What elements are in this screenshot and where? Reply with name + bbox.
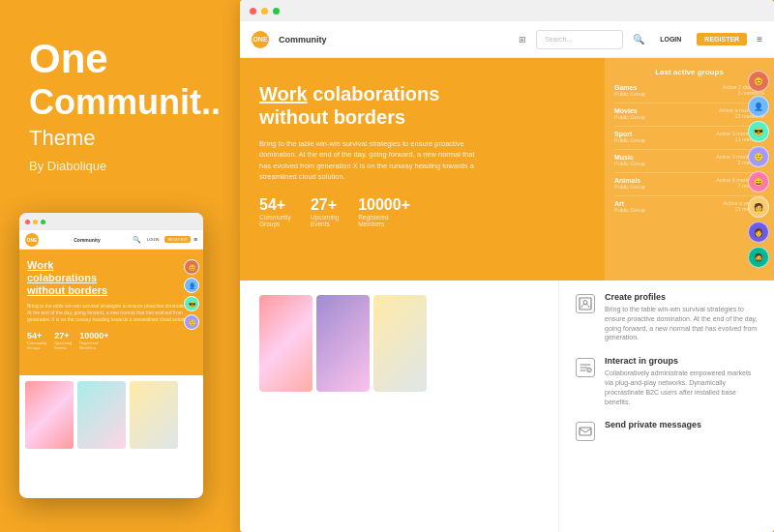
desktop-avatar-6: 🧑 xyxy=(748,196,769,218)
mobile-stats: 54+ CommunityGroups 27+ UpcomingEvents 1… xyxy=(27,331,195,350)
mobile-nav-brand: Community xyxy=(74,237,101,243)
desktop-search-icon[interactable]: 🔍 xyxy=(633,34,644,44)
create-profiles-icon xyxy=(576,294,595,313)
desktop-stat-1: 54+ Community Groups xyxy=(259,196,291,227)
desktop-grid-icon[interactable]: ⊞ xyxy=(519,35,526,44)
desktop-dot-yellow xyxy=(261,8,268,15)
photo-thumb-1 xyxy=(259,295,313,392)
mobile-thumb-3 xyxy=(130,381,178,449)
desktop-hamburger-icon[interactable]: ≡ xyxy=(757,34,762,44)
hero-title-work: Work xyxy=(259,83,308,104)
group-item-games: Games Public Group Active 2 days ago 3 m… xyxy=(614,84,764,97)
mobile-bottom-photos xyxy=(19,375,203,455)
mobile-nav: ONE Community 🔍 LOGIN REGISTER ≡ xyxy=(19,230,203,250)
mobile-register-btn[interactable]: REGISTER xyxy=(164,236,190,243)
desktop-avatar-8: 🧔 xyxy=(748,247,769,268)
desktop-stat-3: 10000+ Registered Members xyxy=(358,196,410,227)
desktop-avatar-7: 👩 xyxy=(748,222,769,243)
desktop-hero-avatars: 😊 👤 😎 🙂 😄 🧑 👩 🧔 xyxy=(743,66,774,273)
desktop-avatar-1: 😊 xyxy=(748,71,769,92)
mobile-hero: Work colaborations without borders Bring… xyxy=(19,250,203,375)
feature-icon-interact-groups xyxy=(574,356,597,379)
desktop-search-box[interactable]: Search... xyxy=(536,30,623,49)
feature-icon-create-profiles xyxy=(574,292,597,315)
group-item-animals: Animals Public Group Active 6 months ago… xyxy=(614,177,764,190)
mobile-avatar-3: 😎 xyxy=(184,296,199,311)
mobile-stat-3: 10000+ RegisteredMembers xyxy=(79,331,108,350)
desktop-login-btn[interactable]: LOGIN xyxy=(654,33,687,45)
svg-point-2 xyxy=(587,368,591,371)
desktop-avatar-2: 👤 xyxy=(748,96,769,117)
group-item-movies: Movies Public Group Active a month ago 1… xyxy=(614,107,764,120)
mobile-dot-yellow xyxy=(33,220,38,224)
feature-interact-groups: Interact in groups Collaboratively admin… xyxy=(574,356,759,406)
mobile-dot-green xyxy=(41,220,45,224)
mobile-logo-badge: ONE xyxy=(25,233,39,247)
mobile-thumb-2 xyxy=(77,381,126,449)
mobile-hero-desc: Bring to the table win-win survival stra… xyxy=(27,303,195,323)
brand-community: Communit.. xyxy=(29,85,203,120)
mobile-thumb-1 xyxy=(25,381,74,449)
by-label: By Diabolique xyxy=(29,159,203,173)
desktop-lower-left xyxy=(240,281,559,532)
desktop-mockup: ONE Community ⊞ Search... 🔍 LOGIN REGIST… xyxy=(240,0,774,532)
mobile-avatar-4: 🙂 xyxy=(184,314,199,330)
photo-thumb-2 xyxy=(316,295,370,392)
mobile-mockup: ONE Community 🔍 LOGIN REGISTER ≡ Work co… xyxy=(19,213,203,498)
desktop-register-btn[interactable]: REGISTER xyxy=(697,33,747,45)
desktop-avatar-5: 😄 xyxy=(748,171,769,192)
feature-private-messages: Send private messages xyxy=(574,420,759,443)
desktop-lower-section: Create profiles Bring to the table win-w… xyxy=(240,281,774,532)
desktop-avatar-4: 🙂 xyxy=(748,146,769,167)
mobile-login-btn[interactable]: LOGIN xyxy=(144,236,162,243)
feature-title-create-profiles: Create profiles xyxy=(605,292,759,302)
desktop-hero-desc: Bring to the table win-win survival stra… xyxy=(259,138,482,182)
desktop-top-bar xyxy=(240,0,774,21)
svg-rect-3 xyxy=(580,428,591,435)
left-panel: One Communit.. Theme By Diabolique ONE C… xyxy=(0,0,232,532)
desktop-photo-grid xyxy=(259,295,427,517)
desktop-stats: 54+ Community Groups 27+ Upcoming Events… xyxy=(259,196,585,227)
desktop-features: Create profiles Bring to the table win-w… xyxy=(559,281,774,532)
desktop-dot-red xyxy=(250,8,256,15)
desktop-hero: Work colaborations without borders Bring… xyxy=(240,58,774,281)
photo-thumb-3 xyxy=(373,295,427,392)
desktop-search-placeholder: Search... xyxy=(545,36,572,43)
mobile-nav-right: 🔍 LOGIN REGISTER ≡ xyxy=(133,236,197,244)
svg-point-1 xyxy=(583,301,587,305)
group-item-art: Art Public Group Active a year ago 11 me… xyxy=(614,200,764,213)
mobile-stat-2: 27+ UpcomingEvents xyxy=(54,331,72,350)
interact-groups-icon xyxy=(576,358,595,377)
hero-title-without-borders: without borders xyxy=(259,106,405,128)
feature-create-profiles: Create profiles Bring to the table win-w… xyxy=(574,292,759,342)
desktop-hero-title: Work colaborations without borders xyxy=(259,82,585,129)
mobile-avatar-1: 😊 xyxy=(184,259,199,275)
groups-panel-title: Last active groups xyxy=(614,68,764,76)
mobile-search-icon: 🔍 xyxy=(133,236,141,244)
mobile-dot-red xyxy=(25,220,30,224)
hero-title-colaborations: colaborations xyxy=(313,83,439,104)
feature-desc-interact-groups: Collaboratively administrate empowered m… xyxy=(605,369,759,406)
group-item-sport: Sport Public Group Active 3 months ago 1… xyxy=(614,131,764,143)
theme-label: Theme xyxy=(29,126,203,151)
mobile-avatars: 😊 👤 😎 🙂 xyxy=(184,259,199,330)
feature-desc-create-profiles: Bring to the table win-win survival stra… xyxy=(605,305,759,342)
mobile-stat-1: 54+ CommunityGroups xyxy=(27,331,46,350)
group-info-games: Games Public Group xyxy=(614,84,723,97)
desktop-hero-content: Work colaborations without borders Bring… xyxy=(240,58,605,281)
mobile-hero-title: Work colaborations without borders xyxy=(27,259,195,298)
feature-title-interact-groups: Interact in groups xyxy=(605,356,759,366)
brand-one: One xyxy=(29,39,203,79)
feature-text-private-messages: Send private messages xyxy=(605,420,701,443)
mobile-avatar-2: 👤 xyxy=(184,278,199,293)
desktop-logo-badge: ONE xyxy=(252,31,269,48)
desktop-nav-brand: Community xyxy=(279,35,327,44)
group-item-music: Music Public Group Active 3 months ago 2… xyxy=(614,154,764,166)
feature-text-interact-groups: Interact in groups Collaboratively admin… xyxy=(605,356,759,406)
feature-icon-private-messages xyxy=(574,420,597,443)
desktop-stat-2: 27+ Upcoming Events xyxy=(311,196,339,227)
brand-title: One Communit.. xyxy=(29,39,203,126)
feature-title-private-messages: Send private messages xyxy=(605,420,701,429)
desktop-nav: ONE Community ⊞ Search... 🔍 LOGIN REGIST… xyxy=(240,21,774,58)
mobile-hamburger-icon[interactable]: ≡ xyxy=(194,236,197,243)
